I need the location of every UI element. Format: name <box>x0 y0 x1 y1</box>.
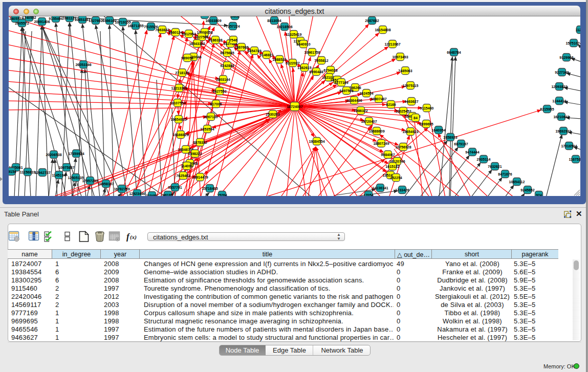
svg-text:10853287: 10853287 <box>74 18 90 21</box>
svg-text:8990448: 8990448 <box>309 70 323 74</box>
svg-text:2803144: 2803144 <box>216 78 230 81</box>
svg-text:(x): (x) <box>130 234 137 240</box>
svg-text:9084067: 9084067 <box>381 153 395 157</box>
svg-text:14136141: 14136141 <box>372 186 388 190</box>
svg-text:1740552: 1740552 <box>22 16 36 19</box>
svg-text:19654923: 19654923 <box>402 130 418 134</box>
svg-text:16543382: 16543382 <box>189 42 205 46</box>
svg-text:2530203: 2530203 <box>266 113 279 116</box>
svg-text:9474444: 9474444 <box>465 150 479 154</box>
svg-text:12942737: 12942737 <box>34 171 50 174</box>
svg-text:17054: 17054 <box>363 193 374 196</box>
svg-text:11156819: 11156819 <box>20 170 35 174</box>
svg-text:7485063: 7485063 <box>398 69 412 73</box>
svg-text:16154808: 16154808 <box>375 28 390 32</box>
svg-text:1858923: 1858923 <box>443 136 457 139</box>
svg-text:19166829: 19166829 <box>172 133 188 137</box>
svg-text:7632621: 7632621 <box>488 165 502 168</box>
svg-text:10961758: 10961758 <box>304 51 320 54</box>
svg-text:8471676: 8471676 <box>498 172 512 176</box>
svg-text:19692971: 19692971 <box>555 129 571 133</box>
svg-text:15720407: 15720407 <box>361 120 377 123</box>
svg-text:2605572: 2605572 <box>15 21 29 25</box>
svg-text:12213967: 12213967 <box>384 42 400 46</box>
svg-text:39154: 39154 <box>9 170 16 173</box>
svg-text:1588520: 1588520 <box>272 58 286 61</box>
svg-text:17957255: 17957255 <box>82 179 98 183</box>
svg-text:9777169: 9777169 <box>334 81 348 84</box>
svg-text:6648784: 6648784 <box>447 51 461 54</box>
svg-text:20691406: 20691406 <box>34 20 50 24</box>
svg-text:16210643: 16210643 <box>553 115 569 119</box>
svg-text:817006: 817006 <box>210 102 222 106</box>
svg-text:8875685: 8875685 <box>220 51 234 55</box>
svg-text:8427552: 8427552 <box>212 90 226 93</box>
svg-text:20206538: 20206538 <box>46 153 61 157</box>
svg-text:19384554: 19384554 <box>309 140 324 143</box>
svg-text:9327506: 9327506 <box>194 35 208 39</box>
svg-text:10807487: 10807487 <box>371 97 386 101</box>
svg-text:3624554: 3624554 <box>359 92 373 95</box>
svg-text:252254: 252254 <box>390 176 402 180</box>
svg-text:10852: 10852 <box>230 16 240 18</box>
svg-text:9155494: 9155494 <box>49 17 62 20</box>
svg-text:8340910: 8340910 <box>296 42 310 46</box>
svg-text:9146821: 9146821 <box>259 53 273 57</box>
svg-text:10756928: 10756928 <box>395 145 411 149</box>
svg-text:16671355: 16671355 <box>127 24 143 28</box>
svg-text:1984271: 1984271 <box>198 16 211 17</box>
svg-text:12975115: 12975115 <box>403 84 419 87</box>
svg-text:9857791: 9857791 <box>168 186 182 189</box>
svg-text:3267130: 3267130 <box>204 115 217 119</box>
svg-text:2718126: 2718126 <box>175 71 189 75</box>
svg-text:7357224: 7357224 <box>226 25 239 28</box>
svg-text:16033809: 16033809 <box>205 19 221 23</box>
svg-text:17359924: 17359924 <box>68 152 84 156</box>
svg-text:18807249: 18807249 <box>373 142 389 145</box>
svg-text:8215955: 8215955 <box>540 107 554 111</box>
svg-text:7986322: 7986322 <box>354 109 367 113</box>
svg-text:17016504: 17016504 <box>561 144 577 148</box>
svg-text:9227349: 9227349 <box>555 71 569 74</box>
svg-text:1244419: 1244419 <box>552 99 566 103</box>
svg-text:1615132: 1615132 <box>385 165 399 168</box>
svg-text:1145194: 1145194 <box>52 173 66 177</box>
svg-text:11219: 11219 <box>575 28 580 32</box>
svg-text:6899695: 6899695 <box>419 122 433 126</box>
svg-text:8454749: 8454749 <box>247 49 261 53</box>
svg-text:20364436: 20364436 <box>346 99 362 102</box>
svg-text:989058: 989058 <box>181 56 193 60</box>
svg-text:62160: 62160 <box>386 103 396 106</box>
svg-text:5498222: 5498222 <box>188 152 202 156</box>
svg-text:10973493: 10973493 <box>392 55 408 59</box>
svg-text:15264: 15264 <box>217 193 227 196</box>
svg-text:10688609: 10688609 <box>368 129 384 133</box>
svg-text:110461: 110461 <box>146 194 158 196</box>
svg-text:9245652: 9245652 <box>520 188 534 192</box>
svg-text:96185: 96185 <box>163 193 173 196</box>
svg-text:6497568: 6497568 <box>339 89 353 93</box>
svg-text:10975887: 10975887 <box>58 166 74 169</box>
svg-text:7546: 7546 <box>229 38 237 42</box>
svg-text:1167533: 1167533 <box>569 158 580 161</box>
svg-text:1733426: 1733426 <box>395 188 409 192</box>
svg-text:84: 84 <box>413 116 418 120</box>
svg-text:7663822: 7663822 <box>155 28 169 32</box>
svg-text:8660124: 8660124 <box>168 31 182 34</box>
svg-text:16782759: 16782759 <box>114 187 129 191</box>
svg-text:9115460: 9115460 <box>420 106 434 110</box>
svg-text:6879197: 6879197 <box>454 142 468 146</box>
svg-text:924: 924 <box>536 193 542 196</box>
svg-text:15716485: 15716485 <box>202 187 217 190</box>
svg-text:114099: 114099 <box>181 164 193 168</box>
svg-text:2087682: 2087682 <box>365 19 379 23</box>
svg-text:7955812: 7955812 <box>314 59 328 62</box>
svg-text:10025453: 10025453 <box>395 110 411 113</box>
svg-text:10719155: 10719155 <box>115 20 130 24</box>
svg-text:1527602: 1527602 <box>89 19 102 23</box>
svg-text:6794028: 6794028 <box>323 69 337 72</box>
svg-text:1353594: 1353594 <box>200 127 214 131</box>
svg-text:16914479: 16914479 <box>192 176 208 179</box>
svg-text:2867608: 2867608 <box>234 46 248 49</box>
svg-text:12213369: 12213369 <box>171 86 187 90</box>
